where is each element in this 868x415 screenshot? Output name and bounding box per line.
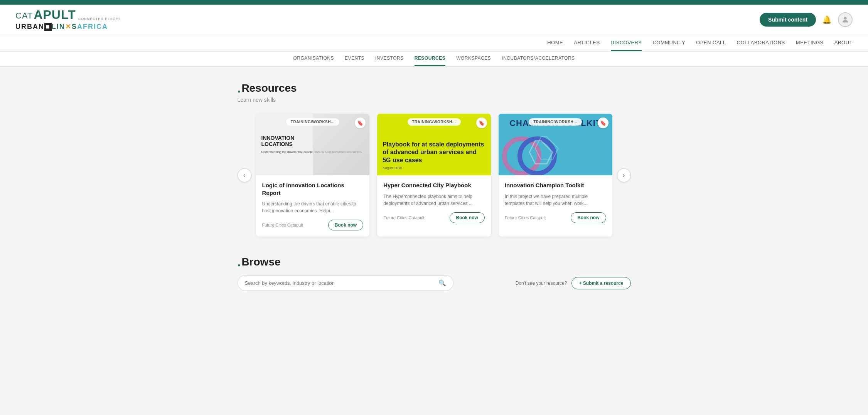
carousel-next-button[interactable]: › xyxy=(617,168,631,182)
submit-resource-button[interactable]: + Submit a resource xyxy=(571,277,630,289)
browse-dot: . xyxy=(238,256,241,268)
cards-row: INNOVATIONLOCATIONS Understanding the dr… xyxy=(256,114,612,237)
card-1-badge: TRAINING/WORKSH... xyxy=(286,118,339,126)
subnav-incubators[interactable]: INCUBATORS/ACCELERATORS xyxy=(502,52,575,66)
ul-urban: URBAN xyxy=(15,23,44,31)
logo-cat: cat xyxy=(15,11,33,21)
nav-articles[interactable]: ARTICLES xyxy=(574,35,600,51)
card-2-body: Hyper Connected City Playbook The Hyperc… xyxy=(377,175,491,229)
primary-nav: HOME ARTICLES DISCOVERY COMMUNITY OPEN C… xyxy=(0,35,868,52)
card-3-book-button[interactable]: Book now xyxy=(571,212,606,223)
resources-dot: . xyxy=(238,82,241,94)
subnav-investors[interactable]: INVESTORS xyxy=(375,52,404,66)
search-box: 🔍 xyxy=(238,275,453,291)
nav-home[interactable]: HOME xyxy=(547,35,563,51)
browse-title: . Browse xyxy=(238,256,631,268)
subnav-organisations[interactable]: ORGANISATIONS xyxy=(293,52,334,66)
browse-row: 🔍 Don't see your resource? + Submit a re… xyxy=(238,275,631,291)
card-1-book-button[interactable]: Book now xyxy=(328,220,363,230)
card-1-desc: Understanding the drivers that enable ci… xyxy=(262,200,364,214)
ul-k-arrow: ✕ xyxy=(65,22,72,31)
header-right: Submit content 🔔 xyxy=(760,12,853,27)
card-1-bookmark[interactable]: 🔖 xyxy=(355,118,366,128)
card-2-title: Hyper Connected City Playbook xyxy=(383,181,485,189)
main-content: . Resources Learn new skills ‹ INNOVATIO… xyxy=(222,82,646,291)
nav-discovery[interactable]: DISCOVERY xyxy=(611,35,642,51)
search-icon: 🔍 xyxy=(438,279,446,287)
ul-black-sq: ■ xyxy=(44,23,52,31)
nav-community[interactable]: COMMUNITY xyxy=(652,35,685,51)
card-1-body: Logic of Innovation Locations Report Und… xyxy=(256,175,370,237)
top-bar xyxy=(0,0,868,5)
card-2-img-title: Playbook for at scale deployments of adv… xyxy=(383,141,485,165)
logo-subtitle: Connected Places xyxy=(78,17,121,21)
subnav-workspaces[interactable]: WORKSPACES xyxy=(456,52,491,66)
card-1-org: Future Cities Catapult xyxy=(262,223,303,227)
avatar[interactable] xyxy=(838,12,853,27)
card-2-badge: TRAINING/WORKSH... xyxy=(408,118,461,126)
card-2-bookmark[interactable]: 🔖 xyxy=(476,118,487,128)
resources-title: . Resources xyxy=(238,82,631,94)
card-2-img-date: August 2018 xyxy=(383,166,402,170)
browse-section: . Browse 🔍 Don't see your resource? + Su… xyxy=(238,256,631,291)
logo-apult: APULT xyxy=(34,8,76,21)
nav-meetings[interactable]: MEETINGS xyxy=(796,35,824,51)
card-3-bookmark[interactable]: 🔖 xyxy=(598,118,608,128)
subnav-events[interactable]: EVENTS xyxy=(345,52,364,66)
card-3-desc: In this project we have prepared multipl… xyxy=(505,193,606,207)
card-2-org: Future Cities Catapult xyxy=(383,215,424,220)
card-2-desc: The Hyperconnected playbook aims to help… xyxy=(383,193,485,207)
card-2-image: HYPERCONNECTED Playbook for at scale dep… xyxy=(377,114,491,175)
nav-open-call[interactable]: OPEN CALL xyxy=(696,35,726,51)
card-1: INNOVATIONLOCATIONS Understanding the dr… xyxy=(256,114,370,237)
resources-title-text: Resources xyxy=(241,82,297,94)
card-3-org: Future Cities Catapult xyxy=(505,215,546,220)
card-3-footer: Future Cities Catapult Book now xyxy=(505,212,606,223)
card-1-image: INNOVATIONLOCATIONS Understanding the dr… xyxy=(256,114,370,175)
carousel-wrapper: ‹ INNOVATIONLOCATIONS Understanding the … xyxy=(238,114,631,237)
secondary-nav: ORGANISATIONS EVENTS INVESTORS RESOURCES… xyxy=(0,52,868,67)
catapult-logo[interactable]: cat APULT Connected Places xyxy=(15,8,121,21)
header: cat APULT Connected Places URBAN ■ LIN ✕… xyxy=(0,5,868,35)
nav-about[interactable]: ABOUT xyxy=(834,35,853,51)
ul-lin: LIN xyxy=(52,23,65,31)
subnav-resources[interactable]: RESOURCES xyxy=(415,52,446,66)
resources-section: . Resources Learn new skills ‹ INNOVATIO… xyxy=(238,82,631,237)
svg-point-0 xyxy=(844,17,846,20)
card-1-footer: Future Cities Catapult Book now xyxy=(262,220,364,230)
carousel-prev-button[interactable]: ‹ xyxy=(238,168,251,182)
dont-see-text: Don't see your resource? xyxy=(516,281,567,286)
submit-content-button[interactable]: Submit content xyxy=(760,13,816,27)
card-3-image: CHAMPION TOOLKIT TRAINING/WORKSH... 🔖 xyxy=(499,114,612,175)
bell-icon[interactable]: 🔔 xyxy=(822,15,832,24)
card-3-title: Innovation Champion Toolkit xyxy=(505,181,606,189)
resources-subtitle: Learn new skills xyxy=(238,97,631,103)
card-2-footer: Future Cities Catapult Book now xyxy=(383,212,485,223)
search-input[interactable] xyxy=(245,280,435,286)
ul-africa: AFRICA xyxy=(77,23,108,31)
card-1-title: Logic of Innovation Locations Report xyxy=(262,181,364,197)
ul-s: S xyxy=(72,23,77,31)
card-2-book-button[interactable]: Book now xyxy=(450,212,485,223)
header-left: cat APULT Connected Places URBAN ■ LIN ✕… xyxy=(15,8,121,31)
browse-title-text: Browse xyxy=(241,256,280,268)
nav-collaborations[interactable]: COLLABORATIONS xyxy=(737,35,785,51)
card-3: CHAMPION TOOLKIT TRAINING/WORKSH... 🔖 xyxy=(499,114,612,237)
card-3-body: Innovation Champion Toolkit In this proj… xyxy=(499,175,612,229)
urbanlinks-logo[interactable]: URBAN ■ LIN ✕ S AFRICA xyxy=(15,22,121,31)
card-2: HYPERCONNECTED Playbook for at scale dep… xyxy=(377,114,491,237)
card-1-img-title: INNOVATIONLOCATIONS xyxy=(261,135,295,148)
card-3-badge: TRAINING/WORKSH... xyxy=(529,118,582,126)
submit-resource-row: Don't see your resource? + Submit a reso… xyxy=(516,277,631,289)
